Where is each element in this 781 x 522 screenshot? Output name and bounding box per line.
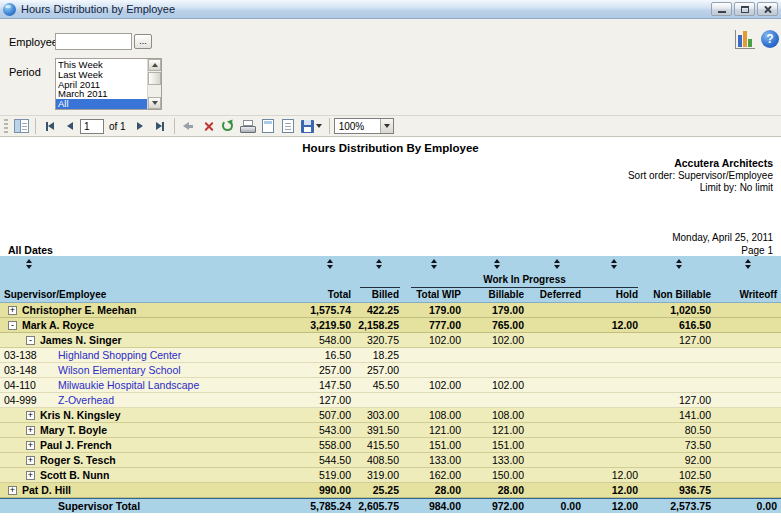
collapse-toggle-icon[interactable]: - — [8, 321, 17, 330]
sort-arrows-icon[interactable] — [554, 259, 560, 269]
sort-cell-total — [305, 256, 355, 272]
sort-arrows-icon[interactable] — [494, 259, 500, 269]
refresh-button[interactable] — [219, 117, 238, 136]
name-cell: +Pat D. Hill — [0, 483, 305, 497]
expand-toggle-icon[interactable]: + — [26, 411, 35, 420]
value-cell: 121.00 — [465, 424, 528, 436]
sort-arrows-icon[interactable] — [611, 259, 617, 269]
value-cell: 936.75 — [642, 484, 715, 496]
minimize-button[interactable] — [711, 2, 732, 16]
period-option-march-2011[interactable]: March 2011 — [56, 89, 147, 99]
print-layout-button[interactable] — [259, 117, 278, 136]
collapse-toggle-icon[interactable]: - — [26, 336, 35, 345]
title-bar[interactable]: Hours Distribution by Employee — [0, 0, 781, 19]
name-cell: +Scott B. Nunn — [0, 468, 305, 482]
column-header-writeoff: Writeoff — [715, 289, 781, 300]
scroll-up-button[interactable] — [148, 59, 161, 71]
value-cell: 133.00 — [465, 454, 528, 466]
zoom-dropdown-button[interactable] — [380, 119, 393, 133]
project-code: 03-148 — [4, 364, 58, 376]
name-cell: +Roger S. Tesch — [0, 453, 305, 467]
window-controls — [711, 2, 778, 16]
chart-bar-blue — [738, 35, 742, 47]
listbox-scrollbar[interactable] — [147, 59, 161, 109]
project-row-milwaukie-hospital-landscape: 04-110Milwaukie Hospital Landscape147.50… — [0, 378, 781, 393]
project-link[interactable]: Wilson Elementary School — [58, 364, 181, 376]
date-range-label: All Dates — [8, 244, 53, 256]
project-link[interactable]: Z-Overhead — [58, 394, 114, 406]
sort-cell-billable — [465, 256, 528, 272]
scroll-down-button[interactable] — [148, 97, 161, 109]
export-button[interactable] — [299, 117, 325, 136]
supervisor-row-mark-a-royce: -Mark A. Royce3,219.502,158.25777.00765.… — [0, 318, 781, 333]
value-cell: 5,785.24 — [305, 500, 355, 512]
sort-arrows-icon[interactable] — [327, 259, 333, 269]
toolbar-grip[interactable] — [4, 119, 8, 133]
stop-button[interactable] — [199, 117, 218, 136]
value-cell: 121.00 — [403, 424, 465, 436]
company-name: Accutera Architects — [628, 157, 773, 170]
value-cell: 2,605.75 — [355, 500, 403, 512]
sort-arrows-icon[interactable] — [26, 259, 32, 269]
employee-input[interactable] — [55, 33, 132, 50]
scrollbar-track[interactable] — [148, 71, 161, 97]
project-link[interactable]: Milwaukie Hospital Landscape — [58, 379, 199, 391]
sort-arrows-icon[interactable] — [676, 259, 682, 269]
value-cell: 422.25 — [355, 304, 403, 316]
employee-label: Employee — [9, 36, 58, 48]
page-setup-button[interactable] — [279, 117, 298, 136]
name-cell: +Christopher E. Meehan — [0, 303, 305, 317]
refresh-icon — [222, 120, 234, 132]
arrow-right-icon — [137, 122, 143, 130]
toolbar-separator — [329, 118, 330, 134]
help-icon[interactable]: ? — [761, 30, 779, 48]
value-cell: 558.00 — [305, 439, 355, 451]
value-cell: 127.00 — [305, 394, 355, 406]
close-button[interactable] — [757, 2, 778, 16]
scrollbar-thumb[interactable] — [148, 72, 161, 85]
expand-toggle-icon[interactable]: + — [26, 456, 35, 465]
period-option-all[interactable]: All — [56, 99, 147, 109]
sort-arrows-icon[interactable] — [376, 259, 382, 269]
maximize-button[interactable] — [734, 2, 755, 16]
sort-arrows-icon[interactable] — [431, 259, 437, 269]
print-button[interactable] — [239, 117, 258, 136]
row-name: Mark A. Royce — [22, 319, 94, 331]
group-tree-toggle-button[interactable] — [12, 117, 31, 136]
page-setup-icon — [282, 119, 294, 133]
value-cell: 28.00 — [465, 484, 528, 496]
expand-toggle-icon[interactable]: + — [26, 471, 35, 480]
column-header-billable: Billable — [465, 289, 528, 300]
table-body: +Christopher E. Meehan1,575.74422.25179.… — [0, 303, 781, 513]
expand-toggle-icon[interactable]: + — [26, 441, 35, 450]
expand-toggle-icon[interactable]: + — [26, 426, 35, 435]
value-cell: 415.50 — [355, 439, 403, 451]
value-cell: 1,020.50 — [642, 304, 715, 316]
value-cell: 984.00 — [403, 500, 465, 512]
row-name: Paul J. French — [40, 439, 112, 451]
zoom-select[interactable]: 100% — [334, 118, 394, 134]
period-listbox[interactable]: This WeekLast WeekApril 2011March 2011Al… — [55, 58, 162, 110]
employee-browse-button[interactable]: ... — [134, 34, 152, 49]
expand-toggle-icon[interactable]: + — [8, 486, 17, 495]
page-number-input[interactable] — [80, 119, 104, 134]
sort-arrows-icon[interactable] — [745, 259, 751, 269]
project-link[interactable]: Highland Shopping Center — [58, 349, 181, 361]
value-cell: 127.00 — [642, 334, 715, 346]
value-cell: 2,158.25 — [355, 319, 403, 331]
next-page-button[interactable] — [131, 117, 150, 136]
chart-icon[interactable] — [735, 30, 755, 49]
value-cell: 179.00 — [465, 304, 528, 316]
prev-page-button[interactable] — [60, 117, 79, 136]
expand-toggle-icon[interactable]: + — [8, 306, 17, 315]
value-cell: 102.00 — [403, 334, 465, 346]
value-cell: 108.00 — [465, 409, 528, 421]
column-header-non-billable: Non Billable — [642, 289, 715, 300]
project-row-highland-shopping-center: 03-138Highland Shopping Center16.5018.25 — [0, 348, 781, 363]
page-count-label: of 1 — [109, 121, 126, 132]
back-button[interactable] — [179, 117, 198, 136]
app-window: Hours Distribution by Employee Employee … — [0, 0, 781, 522]
first-page-button[interactable] — [40, 117, 59, 136]
last-page-button[interactable] — [151, 117, 170, 136]
chart-bar-orange — [743, 31, 747, 47]
